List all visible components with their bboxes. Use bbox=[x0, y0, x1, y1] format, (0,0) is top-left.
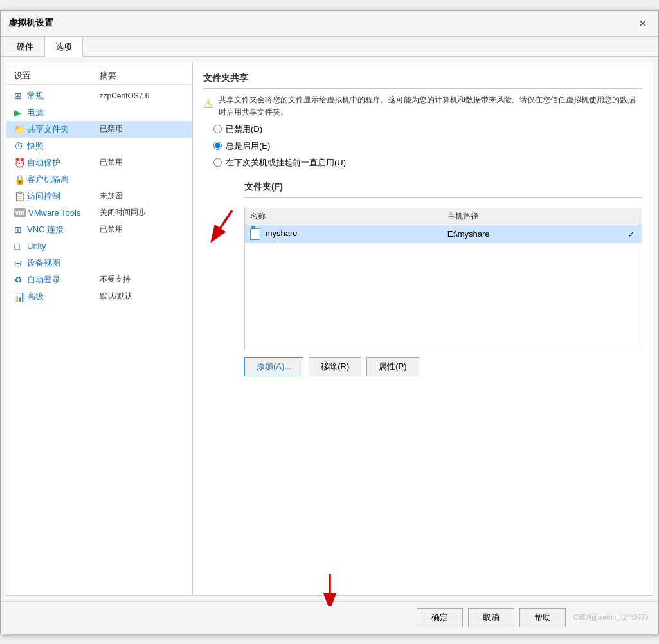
item-shared-folder-label: 共享文件夹 bbox=[27, 124, 69, 135]
svg-line-1 bbox=[213, 210, 232, 239]
item-access-value: 未加密 bbox=[100, 190, 185, 201]
folder-section-with-arrow: 文件夹(F) 名称 主机路径 bbox=[203, 181, 642, 376]
red-arrow-bottom-svg bbox=[311, 571, 349, 606]
item-general-label: 常规 bbox=[27, 90, 44, 102]
item-autoprotect-label: 自动保护 bbox=[27, 157, 60, 169]
folder-table-wrapper: 名称 主机路径 myshare bbox=[244, 208, 642, 349]
sidebar-item-snapshot[interactable]: ⏱ 快照 bbox=[6, 138, 192, 154]
remove-button[interactable]: 移除(R) bbox=[309, 357, 361, 376]
left-panel: 设置 摘要 ⊞ 常规 zzpCentOS7.6 ▶ 电源 � bbox=[6, 62, 193, 595]
sidebar-item-vmtools[interactable]: vm VMware Tools 关闭时间同步 bbox=[6, 205, 192, 221]
main-content: 设置 摘要 ⊞ 常规 zzpCentOS7.6 ▶ 电源 � bbox=[6, 62, 653, 596]
folder-table: 名称 主机路径 myshare bbox=[245, 208, 642, 243]
snapshot-icon: ⏱ bbox=[14, 141, 24, 151]
sidebar-item-vnc[interactable]: ⊞ VNC 连接 已禁用 bbox=[6, 221, 192, 238]
item-general-value: zzpCentOS7.6 bbox=[100, 91, 185, 100]
autoprotect-icon: ⏰ bbox=[14, 158, 24, 168]
monitor-icon: ⊞ bbox=[14, 91, 24, 101]
arrow-decoration-left: 文件夹共享 ⚠ 共享文件夹会将您的文件显示给虚拟机中的程序。这可能为您的计算机和… bbox=[203, 73, 642, 174]
isolation-icon: 🔒 bbox=[14, 174, 24, 185]
close-button[interactable]: ✕ bbox=[635, 16, 651, 31]
sidebar-item-advanced[interactable]: 📊 高级 默认/默认 bbox=[6, 288, 192, 305]
help-button[interactable]: 帮助 bbox=[519, 608, 566, 627]
shared-folder-icon: 📁 bbox=[14, 124, 24, 134]
col-summary-label: 摘要 bbox=[100, 70, 185, 82]
sidebar-item-general[interactable]: ⊞ 常规 zzpCentOS7.6 bbox=[6, 87, 192, 104]
item-advanced-value: 默认/默认 bbox=[100, 291, 185, 302]
sidebar-item-access-control[interactable]: 📋 访问控制 未加密 bbox=[6, 188, 192, 205]
vnc-icon: ⊞ bbox=[14, 225, 24, 235]
col-setting-label: 设置 bbox=[14, 70, 100, 82]
cancel-button[interactable]: 取消 bbox=[468, 608, 514, 627]
advanced-icon: 📊 bbox=[14, 291, 24, 302]
tab-bar: 硬件 选项 bbox=[1, 37, 658, 57]
add-button[interactable]: 添加(A)... bbox=[244, 357, 303, 376]
right-panel: 文件夹共享 ⚠ 共享文件夹会将您的文件显示给虚拟机中的程序。这可能为您的计算机和… bbox=[193, 62, 653, 595]
item-autoprotect-value: 已禁用 bbox=[100, 157, 185, 168]
col-header-enabled bbox=[622, 208, 642, 225]
item-snapshot-label: 快照 bbox=[27, 140, 44, 152]
col-header-path: 主机路径 bbox=[442, 208, 622, 225]
item-access-label: 访问控制 bbox=[27, 190, 60, 202]
left-header: 设置 摘要 bbox=[6, 68, 192, 85]
item-isolation-label: 客户机隔离 bbox=[27, 174, 69, 185]
red-arrow-left bbox=[203, 181, 244, 248]
warning-box: ⚠ 共享文件夹会将您的文件显示给虚拟机中的程序。这可能为您的计算机和数据带来风险… bbox=[203, 94, 642, 118]
warning-text: 共享文件夹会将您的文件显示给虚拟机中的程序。这可能为您的计算机和数据带来风险。请… bbox=[219, 94, 642, 118]
item-autologin-value: 不受支持 bbox=[100, 274, 185, 285]
dialog-title: 虚拟机设置 bbox=[8, 17, 53, 29]
radio-always-on-input[interactable] bbox=[213, 142, 222, 150]
watermark: CSDN@weixin_42469970 bbox=[573, 614, 648, 621]
checkmark-icon: ✓ bbox=[627, 229, 635, 239]
tab-hardware[interactable]: 硬件 bbox=[6, 37, 44, 57]
shared-folder-title: 文件夹共享 bbox=[203, 73, 642, 89]
title-bar: 虚拟机设置 ✕ bbox=[1, 11, 658, 37]
item-autologin-label: 自动登录 bbox=[27, 274, 60, 286]
folder-icon bbox=[250, 228, 260, 240]
access-icon: 📋 bbox=[14, 191, 24, 201]
sidebar-item-autoprotect[interactable]: ⏰ 自动保护 已禁用 bbox=[6, 154, 192, 171]
folder-buttons: 添加(A)... 移除(R) 属性(P) bbox=[244, 357, 642, 376]
ok-button[interactable]: 确定 bbox=[417, 608, 463, 627]
folder-row[interactable]: myshare E:\myshare ✓ bbox=[245, 225, 642, 243]
radio-always-on[interactable]: 总是启用(E) bbox=[213, 140, 642, 152]
device-icon: ⊟ bbox=[14, 258, 24, 268]
red-arrow-bottom bbox=[311, 571, 349, 608]
dialog-footer: 确定 取消 帮助 CSDN@weixin_42469970 bbox=[1, 601, 658, 634]
sidebar-item-power[interactable]: ▶ 电源 bbox=[6, 104, 192, 121]
radio-until-poweroff-label: 在下次关机或挂起前一直启用(U) bbox=[226, 157, 346, 169]
sidebar-item-isolation[interactable]: 🔒 客户机隔离 bbox=[6, 171, 192, 188]
folder-enabled-cell: ✓ bbox=[622, 225, 642, 243]
autologin-icon: ♻ bbox=[14, 275, 24, 285]
item-vmtools-label: VMware Tools bbox=[28, 208, 80, 217]
item-power-label: 电源 bbox=[27, 107, 44, 118]
folder-section-title: 文件夹(F) bbox=[244, 181, 642, 198]
radio-disabled-label: 已禁用(D) bbox=[226, 124, 262, 135]
radio-until-poweroff[interactable]: 在下次关机或挂起前一直启用(U) bbox=[213, 157, 642, 169]
shared-folder-section: 文件夹共享 ⚠ 共享文件夹会将您的文件显示给虚拟机中的程序。这可能为您的计算机和… bbox=[203, 73, 642, 174]
radio-disabled-input[interactable] bbox=[213, 125, 222, 133]
radio-until-poweroff-input[interactable] bbox=[213, 158, 222, 167]
unity-icon: □ bbox=[14, 241, 24, 252]
folder-section: 文件夹(F) 名称 主机路径 bbox=[244, 181, 642, 376]
power-icon: ▶ bbox=[14, 107, 24, 118]
sidebar-item-autologin[interactable]: ♻ 自动登录 不受支持 bbox=[6, 271, 192, 288]
folder-name: myshare bbox=[266, 228, 298, 238]
properties-button[interactable]: 属性(P) bbox=[366, 357, 419, 376]
item-unity-label: Unity bbox=[27, 241, 46, 251]
folder-path-cell: E:\myshare bbox=[442, 225, 622, 243]
item-vnc-label: VNC 连接 bbox=[27, 224, 64, 235]
radio-always-on-label: 总是启用(E) bbox=[226, 140, 270, 152]
sidebar-item-shared-folder[interactable]: 📁 共享文件夹 已禁用 bbox=[6, 121, 192, 138]
radio-disabled[interactable]: 已禁用(D) bbox=[213, 124, 642, 135]
red-arrow-svg bbox=[203, 207, 242, 246]
sidebar-item-device-view[interactable]: ⊟ 设备视图 bbox=[6, 255, 192, 271]
radio-group: 已禁用(D) 总是启用(E) 在下次关机或挂起前一直启用(U) bbox=[203, 118, 642, 174]
item-device-label: 设备视图 bbox=[27, 257, 60, 269]
sidebar-item-unity[interactable]: □ Unity bbox=[6, 238, 192, 255]
item-vmtools-value: 关闭时间同步 bbox=[100, 207, 185, 218]
col-header-name: 名称 bbox=[245, 208, 442, 225]
item-advanced-label: 高级 bbox=[27, 291, 44, 302]
tab-options[interactable]: 选项 bbox=[44, 37, 83, 57]
item-vnc-value: 已禁用 bbox=[100, 224, 185, 235]
